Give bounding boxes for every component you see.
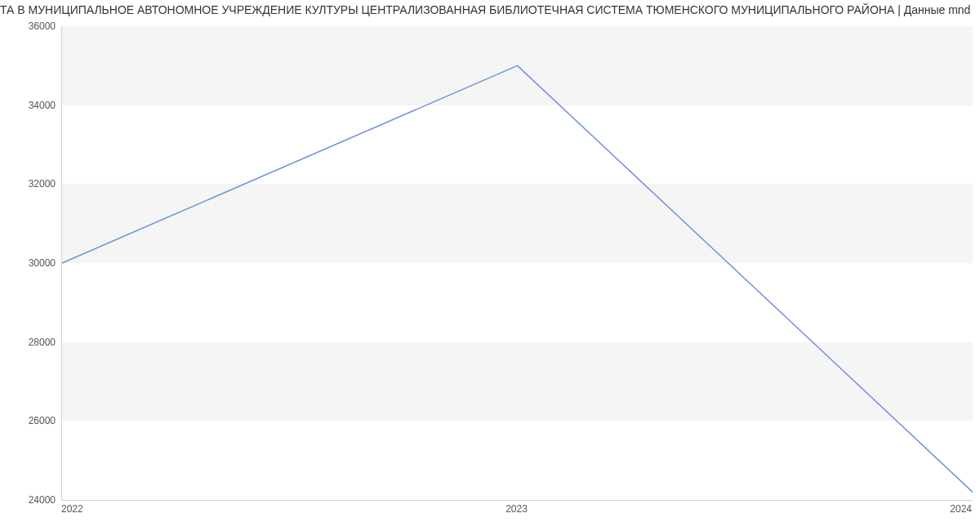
y-tick-label: 36000: [7, 20, 56, 32]
y-tick-label: 34000: [7, 100, 56, 111]
plot-area: [61, 26, 973, 501]
y-tick-label: 26000: [7, 415, 56, 426]
y-tick-label: 32000: [7, 178, 56, 190]
x-tick-label: 2023: [506, 503, 528, 515]
y-tick-label: 28000: [7, 337, 56, 348]
y-tick-label: 30000: [7, 257, 56, 269]
y-tick-label: 24000: [7, 494, 56, 506]
x-tick-label: 2024: [950, 503, 972, 515]
chart-title: ТА В МУНИЦИПАЛЬНОЕ АВТОНОМНОЕ УЧРЕЖДЕНИЕ…: [0, 3, 980, 16]
x-tick-label: 2022: [61, 503, 83, 515]
line-series: [62, 26, 973, 500]
